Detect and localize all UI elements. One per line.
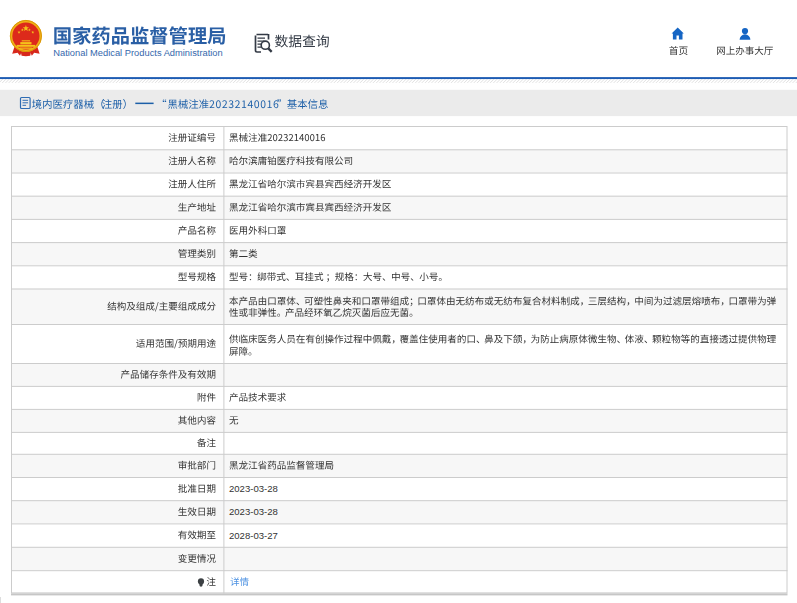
- svg-text:2023-03-28: 2023-03-28: [229, 483, 278, 494]
- svg-text:2023-03-28: 2023-03-28: [229, 506, 278, 517]
- svg-text:National Medical Products Admi: National Medical Products Administration: [53, 48, 222, 58]
- svg-text:2028-03-27: 2028-03-27: [229, 530, 278, 541]
